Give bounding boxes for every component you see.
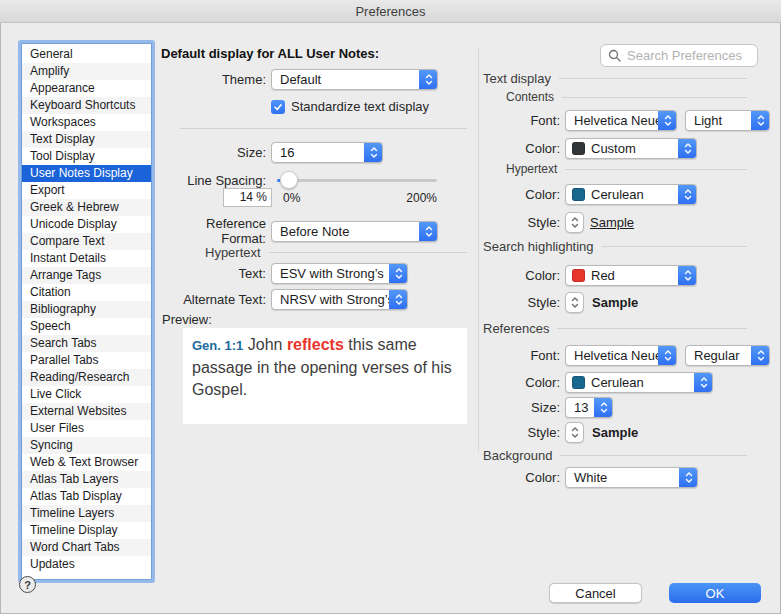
sidebar-item-timeline-display[interactable]: Timeline Display — [22, 522, 151, 539]
reference-format-select[interactable]: Before Note — [271, 221, 438, 242]
sidebar-item-user-notes-display[interactable]: User Notes Display — [22, 165, 151, 182]
references-heading: References — [483, 321, 549, 336]
sidebar-item-live-click[interactable]: Live Click — [22, 386, 151, 403]
sidebar-item-search-tabs[interactable]: Search Tabs — [22, 335, 151, 352]
contents-color-value: Custom — [585, 141, 678, 156]
slider-knob[interactable] — [280, 171, 298, 189]
slider-max-label: 200% — [406, 191, 437, 205]
ok-button[interactable]: OK — [669, 583, 761, 603]
stepper-icon — [364, 142, 383, 163]
background-heading: Background — [483, 448, 552, 463]
search-field[interactable] — [600, 44, 758, 67]
size-label: Size: — [158, 145, 266, 160]
stepper-icon — [570, 425, 580, 440]
background-color-select[interactable]: White — [565, 467, 698, 488]
color-swatch — [572, 269, 585, 282]
sidebar-item-workspaces[interactable]: Workspaces — [22, 114, 151, 131]
stepper-icon — [570, 295, 580, 310]
references-size-label: Size: — [482, 400, 560, 415]
section-rule — [565, 169, 747, 170]
hypertext-style-stepper[interactable] — [565, 212, 584, 233]
search-highlight-style-stepper[interactable] — [565, 292, 584, 313]
sidebar-item-general[interactable]: General — [22, 46, 151, 63]
hypertext-color-select[interactable]: Cerulean — [565, 184, 697, 205]
stepper-icon — [389, 263, 408, 284]
sidebar-item-word-chart-tabs[interactable]: Word Chart Tabs — [22, 539, 151, 556]
contents-font-family-value: Helvetica Neue — [566, 113, 658, 128]
sidebar-item-export[interactable]: Export — [22, 182, 151, 199]
search-input[interactable] — [625, 47, 749, 64]
slider-min-label: 0% — [283, 191, 300, 205]
sidebar-item-parallel-tabs[interactable]: Parallel Tabs — [22, 352, 151, 369]
background-color-label: Color: — [482, 470, 560, 485]
stepper-icon — [694, 372, 713, 393]
sidebar-item-greek-hebrew[interactable]: Greek & Hebrew — [22, 199, 151, 216]
references-font-weight-select[interactable]: Regular — [685, 345, 770, 366]
sidebar-item-arrange-tags[interactable]: Arrange Tags — [22, 267, 151, 284]
contents-font-family-select[interactable]: Helvetica Neue — [565, 110, 677, 131]
hypertext-text-label: Text: — [158, 266, 266, 281]
sidebar-item-timeline-layers[interactable]: Timeline Layers — [22, 505, 151, 522]
line-spacing-value-field[interactable]: 14 % — [223, 188, 272, 207]
contents-color-select[interactable]: Custom — [565, 138, 697, 159]
sidebar-list: GeneralAmplifyAppearanceKeyboard Shortcu… — [21, 43, 152, 580]
references-style-stepper[interactable] — [565, 422, 584, 443]
references-color-value: Cerulean — [585, 375, 694, 390]
preview-label: Preview: — [162, 312, 212, 327]
theme-select[interactable]: Default — [271, 69, 438, 90]
preferences-window: Preferences GeneralAmplifyAppearanceKeyb… — [0, 0, 781, 614]
sidebar-item-speech[interactable]: Speech — [22, 318, 151, 335]
section-rule — [557, 328, 747, 329]
references-color-select[interactable]: Cerulean — [565, 372, 713, 393]
background-color-value: White — [566, 470, 679, 485]
references-font-family-value: Helvetica Neue — [566, 348, 658, 363]
hypertext-text-select[interactable]: ESV with Strong’s — [271, 263, 408, 284]
sidebar-item-atlas-tab-layers[interactable]: Atlas Tab Layers — [22, 471, 151, 488]
sidebar-item-atlas-tab-display[interactable]: Atlas Tab Display — [22, 488, 151, 505]
help-button[interactable]: ? — [19, 576, 36, 593]
sidebar-item-instant-details[interactable]: Instant Details — [22, 250, 151, 267]
sidebar-item-bibliography[interactable]: Bibliography — [22, 301, 151, 318]
search-highlight-color-select[interactable]: Red — [565, 265, 697, 286]
sidebar-item-syncing[interactable]: Syncing — [22, 437, 151, 454]
contents-color-label: Color: — [482, 141, 560, 156]
reference-format-label: Reference Format: — [158, 216, 266, 246]
sidebar-item-citation[interactable]: Citation — [22, 284, 151, 301]
stepper-icon — [679, 467, 698, 488]
help-icon: ? — [24, 579, 31, 591]
size-select[interactable]: 16 — [271, 142, 383, 163]
sidebar-item-reading-research[interactable]: Reading/Research — [22, 369, 151, 386]
sidebar-item-user-files[interactable]: User Files — [22, 420, 151, 437]
theme-value: Default — [272, 72, 419, 87]
references-size-value: 13 — [566, 400, 594, 415]
stepper-icon — [658, 110, 677, 131]
references-font-label: Font: — [482, 348, 560, 363]
sidebar-item-text-display[interactable]: Text Display — [22, 131, 151, 148]
sidebar-item-unicode-display[interactable]: Unicode Display — [22, 216, 151, 233]
references-font-family-select[interactable]: Helvetica Neue — [565, 345, 677, 366]
hypertext-style-label: Style: — [482, 215, 560, 230]
section-rule — [559, 78, 747, 79]
sidebar-item-external-websites[interactable]: External Websites — [22, 403, 151, 420]
sidebar-item-web-text-browser[interactable]: Web & Text Browser — [22, 454, 151, 471]
stepper-icon — [419, 221, 438, 242]
search-highlight-style-sample: Sample — [592, 295, 638, 310]
line-spacing-slider[interactable] — [271, 171, 437, 189]
sidebar-item-compare-text[interactable]: Compare Text — [22, 233, 151, 250]
sidebar-item-appearance[interactable]: Appearance — [22, 80, 151, 97]
section-rule — [560, 455, 747, 456]
sidebar-item-keyboard-shortcuts[interactable]: Keyboard Shortcuts — [22, 97, 151, 114]
preview-highlight: reflects — [287, 336, 344, 353]
sidebar-item-updates[interactable]: Updates — [22, 556, 151, 573]
references-size-select[interactable]: 13 — [565, 397, 613, 418]
sidebar-item-tool-display[interactable]: Tool Display — [22, 148, 151, 165]
contents-font-weight-select[interactable]: Light — [685, 110, 770, 131]
preview-box: Gen. 1:1 John reflects this same passage… — [183, 328, 467, 424]
sidebar-item-amplify[interactable]: Amplify — [22, 63, 151, 80]
search-highlight-style-label: Style: — [482, 295, 560, 310]
hypertext-color-label: Color: — [482, 187, 560, 202]
alternate-text-select[interactable]: NRSV with Strong’s — [271, 289, 408, 310]
cancel-button[interactable]: Cancel — [549, 583, 642, 603]
stepper-icon — [678, 138, 697, 159]
standardize-checkbox[interactable] — [271, 100, 285, 114]
